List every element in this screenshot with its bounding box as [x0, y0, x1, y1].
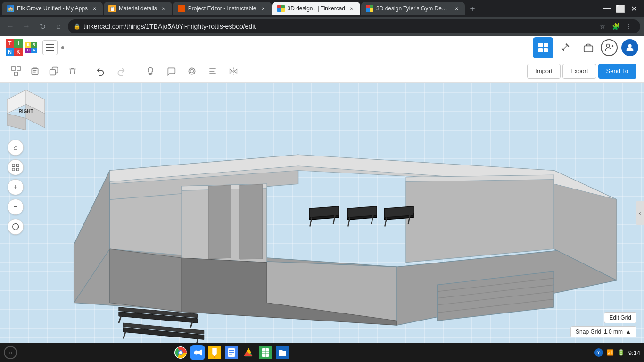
tab-material[interactable]: 📋 Material details ✕ — [104, 2, 172, 15]
mirror-button[interactable] — [225, 63, 242, 80]
taskbar-drive-icon[interactable] — [241, 345, 256, 360]
taskbar-keep-icon[interactable] — [207, 345, 222, 360]
svg-marker-80 — [18, 226, 20, 228]
taskbar-zoom-icon[interactable] — [190, 345, 205, 360]
navigation-cube[interactable]: RIGHT — [5, 88, 52, 135]
canvas-area[interactable]: RIGHT ⌂ + − — [0, 83, 644, 343]
delete-button[interactable] — [64, 63, 81, 80]
zoom-out-button[interactable]: − — [8, 199, 24, 215]
back-button[interactable]: ← — [4, 20, 17, 33]
redo-button[interactable] — [112, 63, 129, 80]
tab-label-material: Material details — [119, 5, 157, 12]
reload-button[interactable]: ↻ — [36, 20, 49, 33]
action-buttons: Import Export Send To — [527, 64, 636, 79]
chrome-svg-icon — [174, 346, 187, 359]
maximize-button[interactable]: ⬜ — [616, 4, 625, 13]
shape-tools-button[interactable] — [555, 37, 576, 58]
tab-label-elk: Elk Grove Unified - My Apps — [17, 5, 88, 12]
fit-view-button[interactable] — [8, 159, 24, 175]
svg-line-55 — [123, 332, 125, 338]
tab-close-material[interactable]: ✕ — [160, 5, 167, 12]
bottom-right-controls: Edit Grid Snap Grid 1.0 mm ▲ — [570, 312, 636, 337]
projects-button[interactable] — [578, 37, 599, 58]
copy-button[interactable] — [45, 63, 62, 80]
logo-t: T — [6, 39, 14, 48]
undo-button[interactable] — [93, 63, 110, 80]
snap-grid-control[interactable]: Snap Grid 1.0 mm ▲ — [570, 326, 636, 337]
svg-marker-69 — [208, 185, 231, 259]
zoom-in-button[interactable]: + — [8, 179, 24, 195]
edit-grid-button[interactable]: Edit Grid — [604, 312, 636, 323]
svg-point-88 — [214, 356, 215, 358]
chromeos-circle-button[interactable]: ○ — [4, 346, 17, 359]
bookmark-icon[interactable]: ☆ — [597, 21, 608, 32]
svg-marker-58 — [309, 206, 339, 218]
send-to-button[interactable]: Send To — [598, 64, 636, 79]
grid-view-button[interactable] — [533, 37, 553, 58]
tab-close-tinkercad[interactable]: ✕ — [348, 5, 355, 12]
taskbar-sheets-icon[interactable] — [258, 345, 273, 360]
svg-marker-27 — [230, 69, 233, 73]
svg-rect-78 — [17, 168, 19, 171]
svg-point-8 — [606, 44, 610, 47]
tab-close-gym[interactable]: ✕ — [453, 5, 460, 12]
tab-favicon-material: 📋 — [108, 5, 116, 12]
tab-bar: 🏫 Elk Grove Unified - My Apps ✕ 📋 Materi… — [0, 0, 644, 17]
grid-view-icon — [538, 42, 548, 53]
logo-i: I — [14, 39, 23, 48]
orbit-button[interactable] — [8, 219, 24, 235]
add-user-button[interactable] — [601, 39, 618, 56]
tinkercad-logo[interactable]: T I N K E R C A — [6, 39, 37, 56]
import-button[interactable]: Import — [527, 64, 561, 79]
taskbar-files-icon[interactable] — [275, 345, 290, 360]
reset-view-button[interactable]: ⌂ — [8, 140, 24, 156]
svg-marker-74 — [7, 114, 26, 130]
extensions-icon[interactable]: 🧩 — [610, 21, 621, 32]
right-panel-toggle[interactable]: ‹ — [636, 201, 644, 225]
address-input-container[interactable]: 🔒 tinkercad.com/things/1TBAjo5AbYi-might… — [68, 19, 640, 33]
toolbar-separator-1 — [87, 65, 87, 78]
logo-text-right: E R C A — [25, 42, 37, 53]
battery-icon: 🔋 — [618, 349, 625, 356]
new-tab-button[interactable]: ＋ — [466, 2, 479, 15]
user-avatar[interactable] — [621, 39, 638, 56]
tab-elk-grove[interactable]: 🏫 Elk Grove Unified - My Apps ✕ — [2, 2, 103, 15]
home-button[interactable]: ⌂ — [52, 20, 65, 33]
tab-close-elk[interactable]: ✕ — [91, 5, 98, 12]
minimize-button[interactable]: — — [603, 4, 612, 13]
paste-button[interactable] — [26, 63, 43, 80]
tab-close-project[interactable]: ✕ — [259, 5, 267, 12]
close-button[interactable]: ✕ — [629, 4, 638, 13]
tab-tinkercad-active[interactable]: 3D design . | Tinkercad ✕ — [272, 2, 361, 15]
menu-icon[interactable]: ⋮ — [623, 21, 635, 32]
group-icon — [11, 66, 21, 76]
lightbulb-icon — [146, 66, 155, 76]
export-button[interactable]: Export — [562, 64, 596, 79]
3d-scene[interactable] — [0, 83, 644, 343]
annotation-button[interactable] — [183, 63, 200, 80]
svg-rect-93 — [229, 354, 232, 355]
align-icon — [208, 66, 217, 76]
forward-button[interactable]: → — [20, 20, 33, 33]
group-button[interactable] — [8, 63, 25, 80]
copy-icon — [49, 66, 58, 76]
address-text: tinkercad.com/things/1TBAjo5AbYi-mighty-… — [83, 23, 256, 30]
window-controls: — ⬜ ✕ — [603, 4, 642, 13]
menu-lines-icon — [46, 44, 54, 51]
taskbar-docs-icon[interactable] — [224, 345, 239, 360]
dot-separator — [61, 46, 64, 49]
tab-project-editor[interactable]: Project Editor - Instructable ✕ — [173, 2, 272, 15]
menu-icon-button[interactable] — [42, 40, 58, 55]
hint-button[interactable] — [142, 63, 159, 80]
tab-favicon-project — [178, 5, 185, 12]
delete-icon — [68, 66, 77, 76]
svg-rect-77 — [12, 168, 15, 171]
svg-rect-92 — [229, 352, 234, 353]
align-button[interactable] — [204, 63, 221, 80]
wifi-icon: 📶 — [607, 349, 614, 356]
tab-tylers-gym[interactable]: 3D design Tyler's Gym Desi... ✕ — [361, 2, 465, 15]
taskbar-chrome-icon[interactable] — [173, 345, 188, 360]
note-button[interactable] — [163, 63, 180, 80]
svg-point-11 — [628, 44, 631, 47]
logo-e: E — [25, 42, 31, 48]
